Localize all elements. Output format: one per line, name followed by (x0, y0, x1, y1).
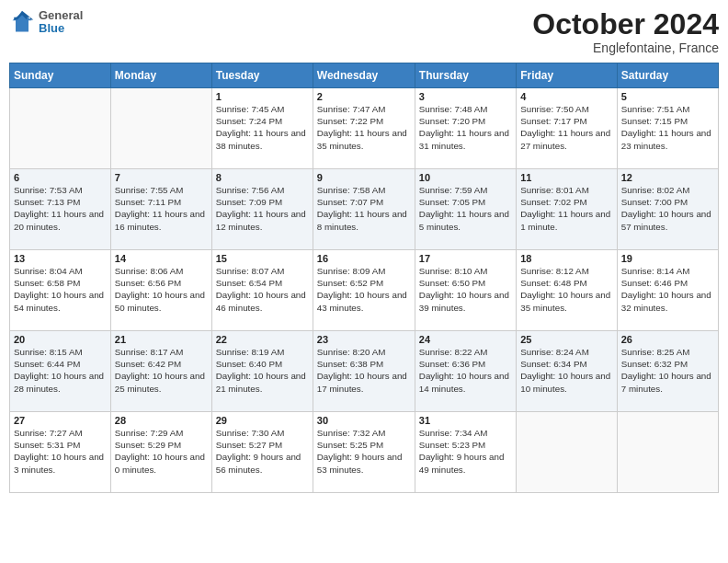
weekday-header: Monday (110, 63, 211, 88)
day-info: Sunrise: 7:55 AMSunset: 7:11 PMDaylight:… (115, 184, 208, 233)
day-number: 1 (216, 91, 309, 102)
day-number: 18 (520, 253, 613, 264)
day-number: 26 (621, 334, 714, 345)
day-number: 13 (14, 253, 107, 264)
calendar-cell: 31Sunrise: 7:34 AMSunset: 5:23 PMDayligh… (415, 412, 516, 493)
day-info: Sunrise: 8:10 AMSunset: 6:50 PMDaylight:… (419, 265, 512, 314)
calendar-cell: 29Sunrise: 7:30 AMSunset: 5:27 PMDayligh… (211, 412, 313, 493)
calendar-cell: 6Sunrise: 7:53 AMSunset: 7:13 PMDaylight… (10, 169, 111, 250)
calendar-cell: 7Sunrise: 7:55 AMSunset: 7:11 PMDaylight… (110, 169, 211, 250)
day-info: Sunrise: 8:06 AMSunset: 6:56 PMDaylight:… (115, 265, 208, 314)
calendar-week-row: 27Sunrise: 7:27 AMSunset: 5:31 PMDayligh… (10, 412, 719, 493)
logo-blue: Blue (39, 22, 83, 35)
calendar-week-row: 13Sunrise: 8:04 AMSunset: 6:58 PMDayligh… (10, 250, 719, 331)
calendar-cell (617, 412, 718, 493)
location: Englefontaine, France (532, 40, 719, 55)
logo-text: General Blue (39, 9, 83, 36)
day-info: Sunrise: 8:14 AMSunset: 6:46 PMDaylight:… (621, 265, 714, 314)
logo-general: General (39, 9, 83, 22)
weekday-header: Saturday (617, 63, 718, 88)
day-number: 14 (115, 253, 208, 264)
calendar-cell: 18Sunrise: 8:12 AMSunset: 6:48 PMDayligh… (517, 250, 618, 331)
calendar-cell: 21Sunrise: 8:17 AMSunset: 6:42 PMDayligh… (110, 331, 211, 412)
calendar-week-row: 6Sunrise: 7:53 AMSunset: 7:13 PMDaylight… (10, 169, 719, 250)
calendar-cell: 2Sunrise: 7:47 AMSunset: 7:22 PMDaylight… (313, 88, 415, 169)
weekday-header-row: SundayMondayTuesdayWednesdayThursdayFrid… (10, 63, 719, 88)
day-number: 25 (520, 334, 613, 345)
calendar-cell: 9Sunrise: 7:58 AMSunset: 7:07 PMDaylight… (313, 169, 415, 250)
day-number: 15 (216, 253, 309, 264)
calendar-cell: 11Sunrise: 8:01 AMSunset: 7:02 PMDayligh… (517, 169, 618, 250)
day-number: 28 (115, 415, 208, 426)
calendar-week-row: 1Sunrise: 7:45 AMSunset: 7:24 PMDaylight… (10, 88, 719, 169)
calendar-cell: 1Sunrise: 7:45 AMSunset: 7:24 PMDaylight… (211, 88, 313, 169)
day-number: 7 (115, 172, 208, 183)
header: General Blue October 2024 Englefontaine,… (9, 9, 719, 55)
day-info: Sunrise: 7:56 AMSunset: 7:09 PMDaylight:… (216, 184, 309, 233)
weekday-header: Wednesday (313, 63, 415, 88)
day-info: Sunrise: 7:59 AMSunset: 7:05 PMDaylight:… (419, 184, 512, 233)
day-number: 2 (317, 91, 411, 102)
day-info: Sunrise: 8:20 AMSunset: 6:38 PMDaylight:… (317, 346, 411, 395)
day-info: Sunrise: 8:09 AMSunset: 6:52 PMDaylight:… (317, 265, 411, 314)
day-number: 12 (621, 172, 714, 183)
day-number: 10 (419, 172, 512, 183)
month-title: October 2024 (532, 9, 719, 39)
logo: General Blue (9, 9, 83, 36)
calendar-table: SundayMondayTuesdayWednesdayThursdayFrid… (9, 63, 719, 493)
day-number: 6 (14, 172, 107, 183)
day-number: 24 (419, 334, 512, 345)
calendar-cell: 20Sunrise: 8:15 AMSunset: 6:44 PMDayligh… (10, 331, 111, 412)
calendar-cell: 23Sunrise: 8:20 AMSunset: 6:38 PMDayligh… (313, 331, 415, 412)
day-info: Sunrise: 8:02 AMSunset: 7:00 PMDaylight:… (621, 184, 714, 233)
day-info: Sunrise: 8:07 AMSunset: 6:54 PMDaylight:… (216, 265, 309, 314)
day-info: Sunrise: 7:53 AMSunset: 7:13 PMDaylight:… (14, 184, 107, 233)
day-number: 9 (317, 172, 411, 183)
day-info: Sunrise: 8:22 AMSunset: 6:36 PMDaylight:… (419, 346, 512, 395)
day-number: 19 (621, 253, 714, 264)
calendar-week-row: 20Sunrise: 8:15 AMSunset: 6:44 PMDayligh… (10, 331, 719, 412)
day-info: Sunrise: 8:12 AMSunset: 6:48 PMDaylight:… (520, 265, 613, 314)
day-info: Sunrise: 7:30 AMSunset: 5:27 PMDaylight:… (216, 427, 309, 476)
calendar-cell: 27Sunrise: 7:27 AMSunset: 5:31 PMDayligh… (10, 412, 111, 493)
day-number: 11 (520, 172, 613, 183)
calendar-cell: 22Sunrise: 8:19 AMSunset: 6:40 PMDayligh… (211, 331, 313, 412)
day-number: 31 (419, 415, 512, 426)
day-info: Sunrise: 8:19 AMSunset: 6:40 PMDaylight:… (216, 346, 309, 395)
day-info: Sunrise: 7:58 AMSunset: 7:07 PMDaylight:… (317, 184, 411, 233)
day-info: Sunrise: 7:51 AMSunset: 7:15 PMDaylight:… (621, 103, 714, 152)
calendar-cell (517, 412, 618, 493)
logo-icon (9, 9, 35, 35)
weekday-header: Friday (517, 63, 618, 88)
calendar-cell: 16Sunrise: 8:09 AMSunset: 6:52 PMDayligh… (313, 250, 415, 331)
day-number: 3 (419, 91, 512, 102)
calendar-cell: 15Sunrise: 8:07 AMSunset: 6:54 PMDayligh… (211, 250, 313, 331)
weekday-header: Tuesday (211, 63, 313, 88)
calendar-cell: 19Sunrise: 8:14 AMSunset: 6:46 PMDayligh… (617, 250, 718, 331)
day-number: 16 (317, 253, 411, 264)
calendar-cell: 3Sunrise: 7:48 AMSunset: 7:20 PMDaylight… (415, 88, 516, 169)
day-number: 30 (317, 415, 411, 426)
day-info: Sunrise: 8:17 AMSunset: 6:42 PMDaylight:… (115, 346, 208, 395)
day-info: Sunrise: 8:04 AMSunset: 6:58 PMDaylight:… (14, 265, 107, 314)
calendar-cell (10, 88, 111, 169)
day-number: 4 (520, 91, 613, 102)
calendar-cell: 28Sunrise: 7:29 AMSunset: 5:29 PMDayligh… (110, 412, 211, 493)
calendar-cell: 5Sunrise: 7:51 AMSunset: 7:15 PMDaylight… (617, 88, 718, 169)
calendar-cell: 25Sunrise: 8:24 AMSunset: 6:34 PMDayligh… (517, 331, 618, 412)
calendar-cell: 13Sunrise: 8:04 AMSunset: 6:58 PMDayligh… (10, 250, 111, 331)
day-info: Sunrise: 8:24 AMSunset: 6:34 PMDaylight:… (520, 346, 613, 395)
calendar-cell: 24Sunrise: 8:22 AMSunset: 6:36 PMDayligh… (415, 331, 516, 412)
day-info: Sunrise: 7:48 AMSunset: 7:20 PMDaylight:… (419, 103, 512, 152)
day-number: 22 (216, 334, 309, 345)
day-number: 8 (216, 172, 309, 183)
day-info: Sunrise: 7:32 AMSunset: 5:25 PMDaylight:… (317, 427, 411, 476)
day-number: 27 (14, 415, 107, 426)
day-info: Sunrise: 7:47 AMSunset: 7:22 PMDaylight:… (317, 103, 411, 152)
weekday-header: Sunday (10, 63, 111, 88)
day-info: Sunrise: 7:34 AMSunset: 5:23 PMDaylight:… (419, 427, 512, 476)
calendar-cell: 12Sunrise: 8:02 AMSunset: 7:00 PMDayligh… (617, 169, 718, 250)
day-info: Sunrise: 8:15 AMSunset: 6:44 PMDaylight:… (14, 346, 107, 395)
day-info: Sunrise: 8:25 AMSunset: 6:32 PMDaylight:… (621, 346, 714, 395)
day-info: Sunrise: 8:01 AMSunset: 7:02 PMDaylight:… (520, 184, 613, 233)
